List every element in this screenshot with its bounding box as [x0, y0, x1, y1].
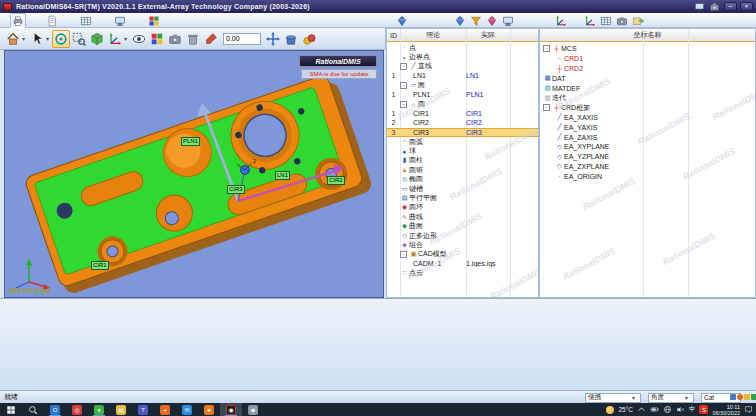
- feature-tree-row[interactable]: ∿曲线: [387, 212, 538, 221]
- lasso-icon[interactable]: [70, 30, 88, 48]
- coordinate-tree-row[interactable]: ▨MATDEF: [540, 83, 755, 93]
- camera-icon[interactable]: [166, 30, 184, 48]
- feature-tree-row[interactable]: ∷点云: [387, 268, 538, 277]
- feature-tree-row[interactable]: ▮圆柱: [387, 156, 538, 165]
- feature-tag-ln1[interactable]: LN1: [275, 171, 290, 180]
- move-icon[interactable]: [264, 30, 282, 48]
- machine-mode-select[interactable]: 便携▾: [585, 393, 641, 403]
- expander[interactable]: -: [543, 45, 550, 52]
- close-button[interactable]: ×: [740, 2, 753, 11]
- minimize-button[interactable]: ─: [724, 2, 737, 11]
- feature-tree-row[interactable]: ◉圆环: [387, 203, 538, 212]
- axis-icon[interactable]: [582, 13, 598, 28]
- network-icon[interactable]: [663, 405, 672, 414]
- feature-tree-row[interactable]: -▱面: [387, 81, 538, 90]
- feature-tree-row[interactable]: ◈组合: [387, 240, 538, 249]
- update-notice[interactable]: SMA is due for update: [301, 69, 377, 79]
- feature-tree-row[interactable]: 3CIR3CIR3: [387, 128, 538, 137]
- coordinate-tree-row[interactable]: ╱EA_ZAXIS: [540, 132, 755, 142]
- coordinate-tree-row[interactable]: ◇EA_XYPLANE: [540, 142, 755, 152]
- feature-tag-cir1[interactable]: CIR1: [91, 261, 109, 270]
- grid-icon[interactable]: [78, 13, 94, 28]
- teams-taskbar-icon[interactable]: T: [132, 403, 154, 416]
- expander[interactable]: -: [400, 251, 407, 258]
- monitor-icon[interactable]: [500, 13, 516, 28]
- sogou-icon[interactable]: S: [699, 405, 708, 414]
- axis-icon[interactable]: [553, 13, 569, 28]
- mail-app-taskbar-icon[interactable]: ✉: [176, 403, 198, 416]
- feature-tree-row[interactable]: ●球: [387, 146, 538, 155]
- feature-tree-row[interactable]: -╱直线: [387, 62, 538, 71]
- coordinate-tree-row[interactable]: ╱EA_XAXIS: [540, 113, 755, 123]
- coordinate-tree-row[interactable]: ◇EA_ZXPLANE: [540, 162, 755, 172]
- feature-tree-row[interactable]: ◗边界点: [387, 52, 538, 61]
- expander[interactable]: -: [400, 63, 407, 70]
- eye-icon[interactable]: [130, 30, 148, 48]
- gem-icon[interactable]: [394, 13, 410, 28]
- feature-tree-row[interactable]: ◠圆弧: [387, 137, 538, 146]
- bucket-icon[interactable]: [282, 30, 300, 48]
- cursor-icon[interactable]: [28, 30, 46, 48]
- feature-tree-row[interactable]: CADM_11.iges.igs: [387, 259, 538, 268]
- gem-red-icon[interactable]: [484, 13, 500, 28]
- zoom-input[interactable]: [223, 33, 261, 45]
- feature-tree-row[interactable]: ▤平行平面: [387, 193, 538, 202]
- tools-status-icon[interactable]: [751, 394, 756, 400]
- brush-icon[interactable]: [202, 30, 220, 48]
- feature-tree-row[interactable]: 2CIR2CIR2: [387, 118, 538, 127]
- camera-icon[interactable]: [614, 13, 630, 28]
- ime-indicator[interactable]: 中: [689, 405, 696, 414]
- palette-icon[interactable]: [146, 13, 162, 28]
- expander[interactable]: -: [543, 104, 550, 111]
- coordinate-tree-row[interactable]: ▥迭代: [540, 93, 755, 103]
- palette-icon[interactable]: [148, 30, 166, 48]
- feature-tree-row[interactable]: -○圆: [387, 99, 538, 108]
- start-button[interactable]: [0, 403, 22, 416]
- cad-part-canvas[interactable]: 2: [5, 51, 384, 298]
- printer-icon[interactable]: [10, 13, 26, 28]
- feature-tree-row[interactable]: ◎椭圆: [387, 174, 538, 183]
- feature-tree-row[interactable]: 1CIR1CIR1: [387, 109, 538, 118]
- volume-muted-icon[interactable]: [676, 405, 685, 414]
- security-shield-taskbar-icon[interactable]: ◎: [66, 403, 88, 416]
- coordinate-tree-row[interactable]: ┼CRD2: [540, 64, 755, 74]
- action-center-icon[interactable]: [744, 405, 753, 414]
- feature-tree-row[interactable]: ◇正多边形: [387, 231, 538, 240]
- monitor-icon[interactable]: [693, 1, 706, 12]
- camera-icon[interactable]: [708, 1, 721, 12]
- clock[interactable]: 10:11 06/30/2022: [712, 404, 740, 416]
- export-icon[interactable]: [630, 13, 646, 28]
- trash-icon[interactable]: [184, 30, 202, 48]
- tray-chevron-icon[interactable]: [637, 405, 646, 414]
- grid-icon[interactable]: [598, 13, 614, 28]
- battery-icon[interactable]: [650, 405, 659, 414]
- coordinate-tree-row[interactable]: ◇EA_YZPLANE: [540, 152, 755, 162]
- expander[interactable]: -: [400, 101, 407, 108]
- cube-icon[interactable]: [88, 30, 106, 48]
- stop-status-icon[interactable]: [737, 394, 743, 400]
- feature-tree-row[interactable]: ▲圆锥: [387, 165, 538, 174]
- target-icon[interactable]: [52, 30, 70, 48]
- clock-status-icon[interactable]: [744, 394, 750, 400]
- filter-icon[interactable]: [468, 13, 484, 28]
- axis-icon[interactable]: [106, 30, 124, 48]
- medal-icon[interactable]: [300, 30, 318, 48]
- coordinate-tree-row[interactable]: −CRD1: [540, 54, 755, 64]
- weather-icon[interactable]: [606, 406, 614, 414]
- doc-icon[interactable]: [44, 13, 60, 28]
- feature-tag-cir3[interactable]: CIR3: [227, 185, 245, 194]
- feature-tree-row[interactable]: ◆曲面: [387, 221, 538, 230]
- coordinate-tree-row[interactable]: -┼MCS: [540, 44, 755, 54]
- cad-app-taskbar-icon[interactable]: ◆: [242, 403, 264, 416]
- taskbar-search-icon[interactable]: [22, 403, 44, 416]
- gem-icon[interactable]: [452, 13, 468, 28]
- coordinate-tree-row[interactable]: ·EA_ORIGIN: [540, 171, 755, 181]
- rationaldmis-taskbar-icon[interactable]: ◉: [220, 403, 242, 416]
- monitor-icon[interactable]: [112, 13, 128, 28]
- feature-tag-cir2[interactable]: CIR2: [327, 176, 345, 185]
- feature-tree-row[interactable]: ·点: [387, 43, 538, 52]
- feature-tree-row[interactable]: 1LN1LN1: [387, 71, 538, 80]
- sphere-app-taskbar-icon[interactable]: ●: [198, 403, 220, 416]
- coordinate-tree-row[interactable]: -┼CRD框架: [540, 103, 755, 113]
- expander[interactable]: -: [400, 82, 407, 89]
